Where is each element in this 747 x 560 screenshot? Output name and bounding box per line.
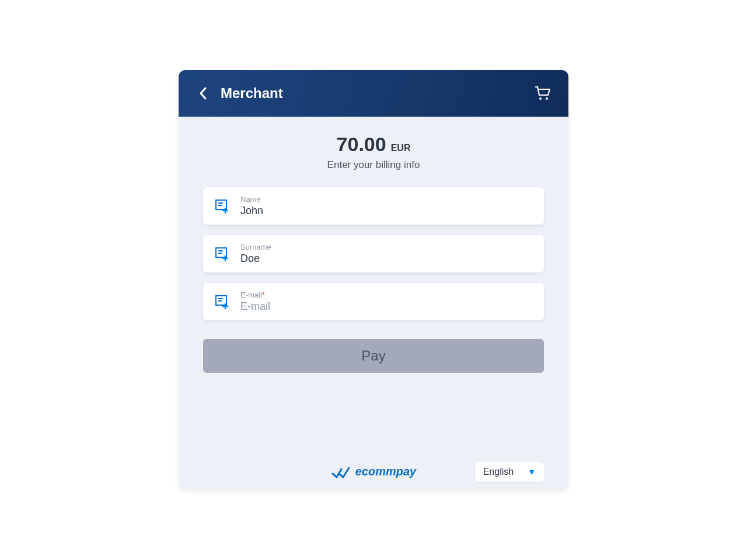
surname-label: Surname [240,243,532,251]
email-field[interactable]: E-mail* [203,283,544,320]
name-field[interactable]: Name [203,187,544,225]
form-add-icon [215,293,231,310]
amount-value: 70.00 [337,133,386,156]
footer: ecommpay English ▼ [203,442,544,478]
brand-name: ecommpay [355,465,417,478]
field-content: Surname [240,243,532,265]
brand-logo: ecommpay [331,465,417,478]
form-add-icon [215,246,231,262]
cart-button[interactable] [533,84,552,103]
header: Merchant [179,70,568,117]
payment-card: Merchant 70.00 EUR Enter your billing in… [179,70,568,490]
caret-down-icon: ▼ [528,467,536,477]
amount-section: 70.00 EUR Enter your billing info [203,133,544,171]
field-content: E-mail* [240,290,532,313]
header-title: Merchant [221,85,283,102]
required-mark: * [262,290,265,299]
svg-point-0 [539,97,542,100]
svg-point-1 [546,97,548,100]
name-input[interactable] [240,205,532,217]
content: 70.00 EUR Enter your billing info Name [179,117,568,490]
chevron-left-icon [199,87,207,100]
field-content: Name [240,195,532,217]
pay-button[interactable]: Pay [203,339,544,373]
email-label-text: E-mail [240,290,262,299]
header-left: Merchant [195,85,283,102]
amount-row: 70.00 EUR [203,133,544,156]
name-label: Name [240,195,532,204]
back-button[interactable] [195,85,211,102]
surname-input[interactable] [240,253,532,265]
amount-subtitle: Enter your billing info [203,159,544,171]
brand-icon [331,466,351,478]
language-selector[interactable]: English ▼ [475,462,544,482]
amount-currency: EUR [391,143,411,153]
form-add-icon [215,198,231,214]
email-input[interactable] [240,300,532,313]
language-value: English [483,467,514,477]
surname-field[interactable]: Surname [203,235,544,272]
cart-icon [535,86,551,101]
email-label: E-mail* [240,290,532,299]
